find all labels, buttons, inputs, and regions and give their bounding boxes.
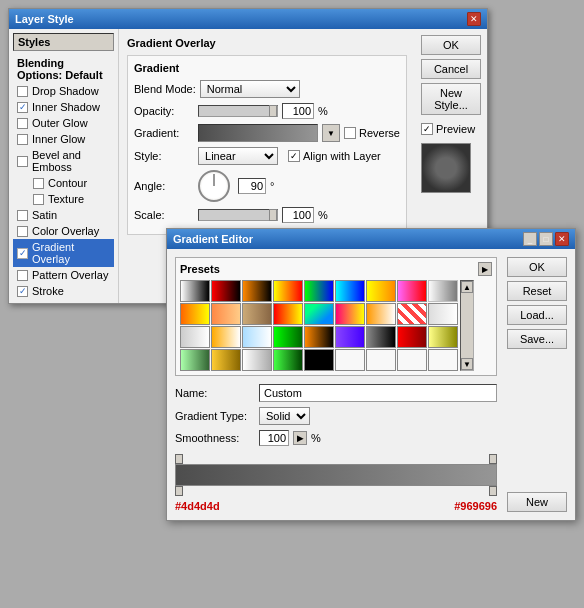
preset-swatch-3-0[interactable] xyxy=(180,349,210,371)
preset-swatch-0-1[interactable] xyxy=(211,280,241,302)
angle-value[interactable] xyxy=(238,178,266,194)
sidebar-item-gradient-overlay[interactable]: ✓ Gradient Overlay xyxy=(13,239,114,267)
preset-swatch-3-1[interactable] xyxy=(211,349,241,371)
preset-swatch-3-4[interactable] xyxy=(304,349,334,371)
preset-swatch-3-2[interactable] xyxy=(242,349,272,371)
preset-swatch-0-4[interactable] xyxy=(304,280,334,302)
sidebar-item-stroke[interactable]: ✓ Stroke xyxy=(13,283,114,299)
drop-shadow-checkbox[interactable] xyxy=(17,86,28,97)
outer-glow-checkbox[interactable] xyxy=(17,118,28,129)
scroll-up-btn[interactable]: ▲ xyxy=(461,281,473,293)
cancel-button[interactable]: Cancel xyxy=(421,59,481,79)
gradient-editor-close-button[interactable]: ✕ xyxy=(555,232,569,246)
preset-swatch-1-4[interactable] xyxy=(304,303,334,325)
sidebar-item-contour[interactable]: Contour xyxy=(13,175,114,191)
preset-swatch-1-6[interactable] xyxy=(366,303,396,325)
preset-swatch-1-2[interactable] xyxy=(242,303,272,325)
ge-new-button[interactable]: New xyxy=(507,492,567,512)
preset-swatch-3-3[interactable] xyxy=(273,349,303,371)
stroke-checkbox[interactable]: ✓ xyxy=(17,286,28,297)
opacity-stop-left[interactable] xyxy=(175,454,183,464)
satin-checkbox[interactable] xyxy=(17,210,28,221)
ge-maximize-button[interactable]: □ xyxy=(539,232,553,246)
reverse-label[interactable]: Reverse xyxy=(344,127,400,139)
preset-swatch-0-7[interactable] xyxy=(397,280,427,302)
preset-swatch-0-8[interactable] xyxy=(428,280,458,302)
ge-minimize-button[interactable]: _ xyxy=(523,232,537,246)
preset-swatch-2-6[interactable] xyxy=(366,326,396,348)
ge-save-button[interactable]: Save... xyxy=(507,329,567,349)
opacity-value[interactable] xyxy=(282,103,314,119)
color-stop-left-label[interactable]: #4d4d4d xyxy=(175,500,220,512)
scale-value[interactable] xyxy=(282,207,314,223)
sidebar-item-satin[interactable]: Satin xyxy=(13,207,114,223)
color-stop-right-marker[interactable] xyxy=(489,486,497,496)
texture-checkbox[interactable] xyxy=(33,194,44,205)
preset-swatch-2-0[interactable] xyxy=(180,326,210,348)
contour-checkbox[interactable] xyxy=(33,178,44,189)
preset-swatch-0-0[interactable] xyxy=(180,280,210,302)
preset-swatch-1-0[interactable] xyxy=(180,303,210,325)
color-stop-right-label[interactable]: #969696 xyxy=(454,500,497,512)
preset-swatch-2-8[interactable] xyxy=(428,326,458,348)
sidebar-item-inner-shadow[interactable]: ✓ Inner Shadow xyxy=(13,99,114,115)
pattern-overlay-checkbox[interactable] xyxy=(17,270,28,281)
preset-swatch-2-1[interactable] xyxy=(211,326,241,348)
inner-shadow-checkbox[interactable]: ✓ xyxy=(17,102,28,113)
align-checkbox[interactable]: ✓ xyxy=(288,150,300,162)
preset-swatch-1-5[interactable] xyxy=(335,303,365,325)
name-input[interactable] xyxy=(259,384,497,402)
preset-swatch-0-5[interactable] xyxy=(335,280,365,302)
opacity-slider[interactable] xyxy=(198,105,278,117)
preset-swatch-2-5[interactable] xyxy=(335,326,365,348)
sidebar-item-bevel-emboss[interactable]: Bevel and Emboss xyxy=(13,147,114,175)
angle-dial[interactable] xyxy=(198,170,230,202)
gradient-dropdown-btn[interactable]: ▼ xyxy=(322,124,340,142)
gradient-overlay-checkbox[interactable]: ✓ xyxy=(17,248,28,259)
gradient-type-select[interactable]: Solid xyxy=(259,407,310,425)
preset-swatch-3-5[interactable] xyxy=(335,349,365,371)
preset-swatch-1-8[interactable] xyxy=(428,303,458,325)
preset-swatch-0-6[interactable] xyxy=(366,280,396,302)
blend-mode-select[interactable]: Normal xyxy=(200,80,300,98)
scale-slider[interactable] xyxy=(198,209,278,221)
preview-label[interactable]: ✓ Preview xyxy=(421,123,481,135)
preset-swatch-2-7[interactable] xyxy=(397,326,427,348)
color-overlay-checkbox[interactable] xyxy=(17,226,28,237)
preset-swatch-3-7[interactable] xyxy=(397,349,427,371)
preset-swatch-3-8[interactable] xyxy=(428,349,458,371)
align-label[interactable]: ✓ Align with Layer xyxy=(288,150,381,162)
style-select[interactable]: Linear xyxy=(198,147,278,165)
preset-swatch-0-3[interactable] xyxy=(273,280,303,302)
gradient-bar[interactable] xyxy=(175,464,497,486)
bevel-emboss-checkbox[interactable] xyxy=(17,156,28,167)
sidebar-item-texture[interactable]: Texture xyxy=(13,191,114,207)
sidebar-item-drop-shadow[interactable]: Drop Shadow xyxy=(13,83,114,99)
preset-swatch-2-2[interactable] xyxy=(242,326,272,348)
sidebar-item-blending[interactable]: Blending Options: Default xyxy=(13,55,114,83)
reverse-checkbox[interactable] xyxy=(344,127,356,139)
preset-swatch-1-3[interactable] xyxy=(273,303,303,325)
smoothness-value[interactable] xyxy=(259,430,289,446)
sidebar-item-pattern-overlay[interactable]: Pattern Overlay xyxy=(13,267,114,283)
layer-style-close-button[interactable]: ✕ xyxy=(467,12,481,26)
preset-swatch-1-1[interactable] xyxy=(211,303,241,325)
ok-button[interactable]: OK xyxy=(421,35,481,55)
opacity-stop-right[interactable] xyxy=(489,454,497,464)
ge-load-button[interactable]: Load... xyxy=(507,305,567,325)
preset-swatch-0-2[interactable] xyxy=(242,280,272,302)
sidebar-item-color-overlay[interactable]: Color Overlay xyxy=(13,223,114,239)
scroll-down-btn[interactable]: ▼ xyxy=(461,358,473,370)
color-stop-left-marker[interactable] xyxy=(175,486,183,496)
smoothness-stepper[interactable]: ▶ xyxy=(293,431,307,445)
preset-swatch-1-7[interactable] xyxy=(397,303,427,325)
sidebar-item-outer-glow[interactable]: Outer Glow xyxy=(13,115,114,131)
preview-checkbox[interactable]: ✓ xyxy=(421,123,433,135)
gradient-preview[interactable] xyxy=(198,124,318,142)
ge-ok-button[interactable]: OK xyxy=(507,257,567,277)
inner-glow-checkbox[interactable] xyxy=(17,134,28,145)
presets-menu-arrow[interactable]: ▶ xyxy=(478,262,492,276)
preset-swatch-2-3[interactable] xyxy=(273,326,303,348)
preset-swatch-2-4[interactable] xyxy=(304,326,334,348)
preset-swatch-3-6[interactable] xyxy=(366,349,396,371)
